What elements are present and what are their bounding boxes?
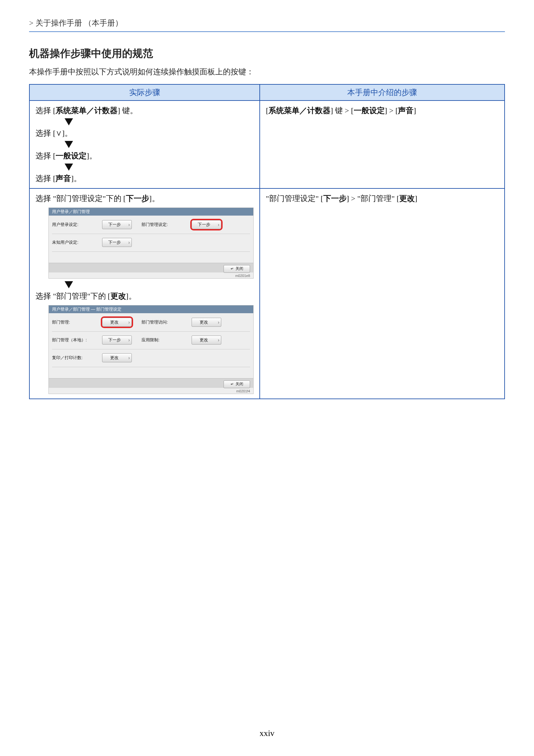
- text: ]。: [71, 174, 81, 183]
- cell-actual-steps-1: 选择 [系统菜单／计数器] 键。 选择 [∨]。 选择 [一般设定]。 选择 […: [29, 100, 260, 188]
- change-button[interactable]: 更改: [102, 353, 132, 362]
- table-row: 选择 "部门管理设定"下的 [下一步]。 用户登录／部门管理 用户登录设定: 下…: [29, 188, 505, 399]
- panel-label: 应用限制:: [141, 337, 191, 343]
- bold-text: 更改: [111, 292, 126, 300]
- text: ]: [415, 194, 418, 202]
- bold-text: 一般设定: [354, 106, 385, 115]
- bold-text: 声音: [398, 106, 414, 115]
- text: 选择 [: [36, 106, 56, 115]
- panel-label: 复印／打印计数:: [52, 355, 102, 361]
- touch-panel-screenshot-2: 用户登录／部门管理 — 部门管理设定 部门管理: 更改 部门管理访问: 更改 部…: [48, 305, 254, 394]
- bold-text: 更改: [399, 194, 415, 202]
- separator: [52, 331, 250, 332]
- text: ] > "部门管理" [: [347, 194, 399, 202]
- panel-label: 部门管理访问:: [141, 319, 191, 325]
- next-button-highlighted[interactable]: 下一步: [191, 220, 221, 229]
- page-number: xxiv: [0, 729, 534, 738]
- panel-titlebar: 用户登录／部门管理: [49, 208, 253, 216]
- panel-label: 部门管理（本地）:: [52, 337, 102, 343]
- breadcrumb: > 关于操作手册 （本手册）: [29, 18, 505, 32]
- close-label: 关闭: [236, 266, 243, 272]
- separator: [52, 234, 250, 234]
- return-icon: ↵: [231, 382, 234, 386]
- change-button[interactable]: 更改: [191, 318, 221, 327]
- bold-text: 系统菜单／计数器: [268, 106, 330, 115]
- text: ] > [: [385, 106, 398, 115]
- close-label: 关闭: [236, 381, 243, 387]
- cell-actual-steps-2: 选择 "部门管理设定"下的 [下一步]。 用户登录／部门管理 用户登录设定: 下…: [29, 188, 260, 399]
- section-title: 机器操作步骤中使用的规范: [29, 46, 505, 61]
- touch-panel-screenshot-1: 用户登录／部门管理 用户登录设定: 下一步 部门管理设定: 下一步 未知用户设定…: [48, 207, 254, 279]
- text: ] 键。: [117, 106, 138, 115]
- arrow-down-icon: [64, 118, 73, 125]
- panel-titlebar: 用户登录／部门管理 — 部门管理设定: [49, 306, 253, 313]
- next-button[interactable]: 下一步: [102, 220, 132, 229]
- cell-manual-steps-1: [系统菜单／计数器] 键 > [一般设定] > [声音]: [260, 100, 505, 188]
- text: [: [266, 106, 268, 115]
- bold-text: 下一步: [126, 194, 149, 202]
- text: ]。: [126, 292, 136, 300]
- steps-table: 实际步骤 本手册中介绍的步骤 选择 [系统菜单／计数器] 键。 选择 [∨]。 …: [29, 84, 505, 399]
- text: 选择 [: [36, 174, 56, 183]
- close-button[interactable]: ↵关闭: [223, 380, 250, 388]
- separator: [52, 252, 250, 252]
- table-row: 选择 [系统菜单／计数器] 键。 选择 [∨]。 选择 [一般设定]。 选择 […: [29, 100, 505, 188]
- text: ]: [414, 106, 416, 115]
- panel-code: m0201f4: [236, 389, 250, 393]
- bold-text: 下一步: [323, 194, 347, 202]
- bold-text: 一般设定: [56, 151, 87, 160]
- next-button[interactable]: 下一步: [102, 238, 132, 247]
- change-button[interactable]: 更改: [191, 336, 221, 344]
- panel-label: 未知用户设定:: [52, 239, 102, 245]
- bold-text: 声音: [56, 174, 71, 183]
- text: 选择 [: [36, 151, 56, 160]
- text: ]。: [149, 194, 160, 202]
- panel-label: 部门管理设定:: [141, 222, 191, 228]
- close-button[interactable]: ↵关闭: [223, 265, 250, 273]
- text: ] 键 > [: [330, 106, 354, 115]
- table-header-manual-steps: 本手册中介绍的步骤: [260, 84, 505, 100]
- next-button[interactable]: 下一步: [102, 336, 132, 344]
- arrow-down-icon: [64, 281, 73, 288]
- text: 选择 [∨]。: [36, 129, 72, 137]
- cell-manual-steps-2: "部门管理设定" [下一步] > "部门管理" [更改]: [260, 188, 505, 399]
- separator: [52, 367, 250, 367]
- return-icon: ↵: [231, 267, 234, 271]
- separator: [52, 349, 250, 349]
- table-header-actual-steps: 实际步骤: [29, 84, 260, 100]
- arrow-down-icon: [64, 164, 73, 171]
- text: 选择 "部门管理"下的 [: [36, 292, 111, 300]
- text: "部门管理设定" [: [266, 194, 323, 202]
- text: 选择 "部门管理设定"下的 [: [36, 194, 126, 202]
- panel-label: 部门管理:: [52, 319, 102, 325]
- section-description: 本操作手册中按照以下方式说明如何连续操作触摸面板上的按键：: [29, 67, 505, 77]
- panel-footer: ↵关闭: [49, 378, 253, 388]
- bold-text: 系统菜单／计数器: [56, 106, 117, 115]
- panel-footer: ↵关闭: [49, 263, 253, 273]
- change-button-highlighted[interactable]: 更改: [102, 318, 132, 327]
- panel-code: m0201e8: [235, 274, 250, 278]
- text: ]。: [87, 151, 97, 160]
- panel-label: 用户登录设定:: [52, 222, 102, 228]
- arrow-down-icon: [64, 141, 73, 148]
